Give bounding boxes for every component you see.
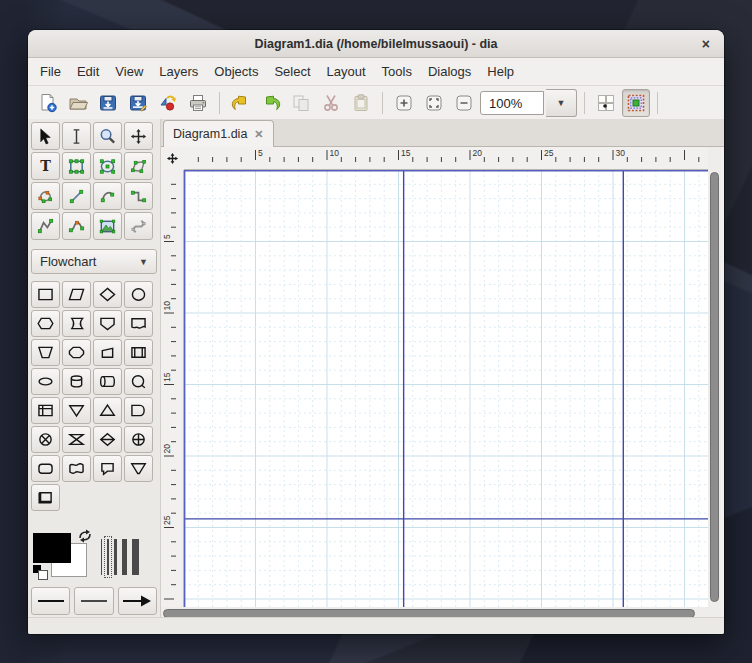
tool-ellipse[interactable] [93,152,122,180]
shape-punched-tape[interactable] [62,455,91,482]
redo-button[interactable] [257,89,285,117]
snap-to-objects-button[interactable] [622,89,650,117]
toggle-grid-button[interactable] [592,89,620,117]
undo-button[interactable] [227,89,255,117]
shape-extract[interactable] [93,397,122,424]
tool-zigzagline[interactable] [124,182,153,210]
zoom-out-button[interactable] [450,89,478,117]
shape-offline-storage[interactable] [31,484,60,511]
display-shape-icon [98,316,117,331]
tab-close-icon[interactable]: ✕ [254,128,263,141]
shape-or[interactable] [124,426,153,453]
line-width-option-5[interactable] [122,539,127,575]
titlebar[interactable]: Diagram1.dia (/home/bilelmussaoui) - dia… [28,30,724,58]
swap-colors-icon[interactable] [77,529,93,543]
menu-item-view[interactable]: View [107,58,151,85]
shape-rounded-box[interactable] [31,455,60,482]
color-selector[interactable] [33,531,93,579]
paste-button [347,89,375,117]
tool-polyline[interactable] [31,212,60,240]
parallelogram-shape-icon [67,287,86,302]
line-width-option-3[interactable] [114,539,117,575]
line-width-option-2[interactable] [107,539,109,575]
save-button[interactable] [94,89,122,117]
tool-bezierline[interactable] [62,212,91,240]
zoom-fit-button[interactable] [420,89,448,117]
tool-textedit[interactable] [62,122,91,150]
menu-item-layers[interactable]: Layers [151,58,206,85]
shape-magnetic-disk[interactable] [93,368,122,395]
menu-item-layout[interactable]: Layout [319,58,374,85]
shape-merge[interactable] [62,397,91,424]
line-width-option-7[interactable] [132,539,139,575]
menu-item-objects[interactable]: Objects [206,58,266,85]
ruler-origin-widget[interactable] [161,147,184,170]
zoom-input[interactable] [480,91,544,115]
shape-summing-junction[interactable] [31,426,60,453]
document-tab[interactable]: Diagram1.dia ✕ [163,120,274,147]
default-colors-icon[interactable] [33,565,47,579]
tool-polygon[interactable] [124,152,153,180]
print-icon [188,93,208,113]
line-end-style-button[interactable] [118,587,157,615]
vertical-scrollbar[interactable] [708,147,721,607]
new-button[interactable] [34,89,62,117]
menu-item-dialogs[interactable]: Dialogs [420,58,479,85]
save-as-button[interactable] [124,89,152,117]
diagram-canvas[interactable] [184,170,708,607]
menu-item-file[interactable]: File [32,58,69,85]
line-start-style-button[interactable] [31,587,70,615]
shape-rounded-octagon[interactable] [62,339,91,366]
zoom-dropdown-button[interactable]: ▼ [546,89,577,117]
shape-terminal[interactable] [31,368,60,395]
zoom-in-button[interactable] [390,89,418,117]
shape-document[interactable] [124,310,153,337]
sheet-selector[interactable]: Flowchart ▼ [31,249,157,274]
shape-internal-storage[interactable] [31,397,60,424]
line-style-button[interactable] [74,587,113,615]
print-button[interactable] [184,89,212,117]
menu-item-select[interactable]: Select [266,58,318,85]
shape-ellipse[interactable] [124,281,153,308]
shape-parallelogram[interactable] [62,281,91,308]
tool-modify[interactable] [31,122,60,150]
open-button[interactable] [64,89,92,117]
shape-off-page-connector[interactable] [93,455,122,482]
tool-image[interactable] [93,212,122,240]
export-button[interactable] [154,89,182,117]
toolbar-separator [219,92,220,114]
tool-scroll[interactable] [124,122,153,150]
shape-delay-circle[interactable] [124,368,153,395]
window-close-button[interactable]: × [698,30,714,57]
shape-manual-operation[interactable] [31,339,60,366]
line-tool-icon [67,187,86,206]
shape-sort[interactable] [93,426,122,453]
tool-line[interactable] [62,182,91,210]
tool-box[interactable] [62,152,91,180]
shape-delay[interactable] [124,397,153,424]
tool-text[interactable]: T [31,152,60,180]
undo-icon [231,93,251,113]
tool-magnify[interactable] [93,122,122,150]
tool-outline[interactable] [124,212,153,240]
tool-beziergon[interactable] [31,182,60,210]
vertical-scrollbar-thumb[interactable] [710,172,719,602]
shape-display[interactable] [93,310,122,337]
bezierline-tool-icon [67,217,86,236]
shape-preparation[interactable] [31,310,60,337]
menu-item-tools[interactable]: Tools [374,58,420,85]
shape-card[interactable] [62,310,91,337]
foreground-color-swatch[interactable] [33,533,71,563]
shape-magnetic-drum[interactable] [62,368,91,395]
line-width-option-1[interactable] [101,539,102,575]
tool-arc[interactable] [93,182,122,210]
menu-item-edit[interactable]: Edit [69,58,107,85]
shape-box[interactable] [31,281,60,308]
shape-diamond[interactable] [93,281,122,308]
shape-collate[interactable] [62,426,91,453]
shape-predefined-process[interactable] [124,339,153,366]
style-controls [33,529,157,579]
shape-trapezoid[interactable] [93,339,122,366]
menu-item-help[interactable]: Help [479,58,522,85]
shape-transmittal-tape[interactable] [124,455,153,482]
